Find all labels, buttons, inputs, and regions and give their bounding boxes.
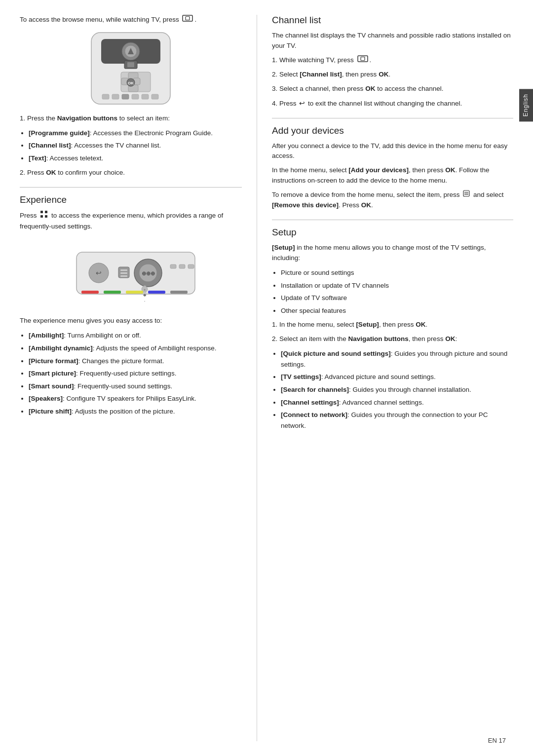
channel-list-title: Channel list [272,15,513,26]
list-item: Update of TV software [281,293,513,303]
divider-add-devices [272,118,513,118]
right-column: Channel list The channel list displays t… [257,15,513,741]
svg-text:↩: ↩ [96,269,102,277]
add-devices-title: Add your devices [272,125,513,136]
intro-text: To access the browse menu, while watchin… [20,15,242,25]
svg-rect-8 [127,62,134,67]
experience-icon [40,210,48,222]
left-column: To access the browse menu, while watchin… [20,15,257,741]
page-number: EN 17 [488,737,506,744]
svg-rect-16 [102,94,109,99]
svg-text:+: + [144,288,146,292]
setup-bullets: Picture or sound settingsInstallation or… [281,267,513,316]
svg-rect-47 [148,291,165,294]
setup-p1: [Setup] in the home menu allows you to c… [272,243,513,264]
step1-bullets: [Programme guide]: Accesses the Electron… [29,128,242,164]
content-area: To access the browse menu, while watchin… [0,0,533,756]
list-item: [Smart picture]: Frequently-used picture… [29,368,242,379]
page: English To access the browse menu, while… [0,0,533,756]
setup-step1: 1. In the home menu, select [Setup], the… [272,320,513,330]
list-item: [Channel list]: Accesses the TV channel … [29,140,242,151]
svg-rect-0 [183,15,192,21]
add-devices-p2: In the home menu, select [Add your devic… [272,165,513,186]
options-icon [463,190,470,200]
svg-rect-36 [170,265,176,268]
svg-rect-44 [81,291,99,294]
channel-list-intro: The channel list displays the TV channel… [272,31,513,51]
svg-rect-50 [361,57,365,60]
experience-intro: Press to access the experience menu, whi… [20,210,242,232]
list-item: Picture or sound settings [281,267,513,278]
list-item: [Connect to network]: Guides you through… [281,410,513,431]
svg-rect-22 [40,211,43,213]
svg-text:OK: OK [128,81,134,85]
svg-rect-46 [126,291,143,294]
list-item: [Text]: Accesses teletext. [29,153,242,164]
svg-rect-18 [122,94,129,99]
svg-rect-25 [45,215,47,218]
list-item: [Channel settings]: Advanced channel set… [281,397,513,408]
add-devices-p3: To remove a device from the home menu, s… [272,190,513,211]
list-item: Other special features [281,305,513,316]
svg-rect-38 [188,265,194,268]
svg-rect-49 [358,56,368,62]
svg-rect-21 [152,94,158,99]
svg-rect-1 [186,17,190,20]
experience-bullets: [Ambilight]: Turns Ambilight on or off.[… [29,330,242,416]
list-item: [Ambilight dynamic]: Adjusts the speed o… [29,343,242,354]
svg-rect-24 [40,215,43,218]
setup-step2: 2. Select an item with the Navigation bu… [272,334,513,344]
list-item: [Quick picture and sound settings]: Guid… [281,348,513,370]
language-tab: English [519,89,533,121]
browse-remote-illustration: OK [76,30,185,107]
setup-title: Setup [272,227,513,238]
list-item: [Search for channels]: Guides you throug… [281,384,513,395]
svg-text:✱: ✱ [143,293,147,298]
list-item: [Ambilight]: Turns Ambilight on or off. [29,330,242,341]
svg-rect-20 [142,94,149,99]
list-item: Installation or update of TV channels [281,280,513,291]
svg-rect-23 [45,211,47,213]
svg-rect-30 [120,269,127,271]
channel-step3: 3. Select a channel, then press OK to ac… [272,84,513,94]
step1-text: 1. Press the Navigation buttons to selec… [20,113,242,124]
list-item: [Speakers]: Configure TV speakers for Ph… [29,393,242,404]
setup-item-bullets: [Quick picture and sound settings]: Guid… [281,348,513,431]
add-devices-p1: After you connect a device to the TV, ad… [272,141,513,162]
experience-remote-illustration: ↩ ⊕⊕⊕ + [67,237,195,309]
step2-text: 2. Press OK to confirm your choice. [20,168,242,178]
svg-text:⊕⊕⊕: ⊕⊕⊕ [142,270,155,276]
svg-rect-19 [132,94,139,99]
browse-icon [182,15,193,25]
svg-rect-32 [120,275,127,277]
svg-rect-17 [112,94,119,99]
list-item: [TV settings]: Advanced picture and soun… [281,372,513,382]
list-item: [Picture format]: Changes the picture fo… [29,356,242,367]
svg-rect-37 [179,265,185,268]
channel-step1: 1. While watching TV, press . [272,55,513,66]
channel-step4: 4. Press ↩ to exit the channel list with… [272,98,513,109]
list-item: [Picture shift]: Adjusts the position of… [29,406,242,417]
svg-rect-31 [120,272,127,274]
back-icon: ↩ [299,99,305,107]
list-item: [Programme guide]: Accesses the Electron… [29,128,242,139]
svg-rect-48 [170,291,188,294]
divider-setup [272,220,513,220]
channel-step2: 2. Select [Channel list], then press OK. [272,70,513,80]
list-item: [Smart sound]: Frequently-used sound set… [29,381,242,392]
svg-text:-: - [144,299,146,303]
svg-rect-45 [104,291,121,294]
exp-access-text: The experience menu gives you easy acces… [20,316,242,326]
divider-experience [20,187,242,188]
channel-browse-icon [357,55,368,66]
experience-title: Experience [20,194,242,205]
